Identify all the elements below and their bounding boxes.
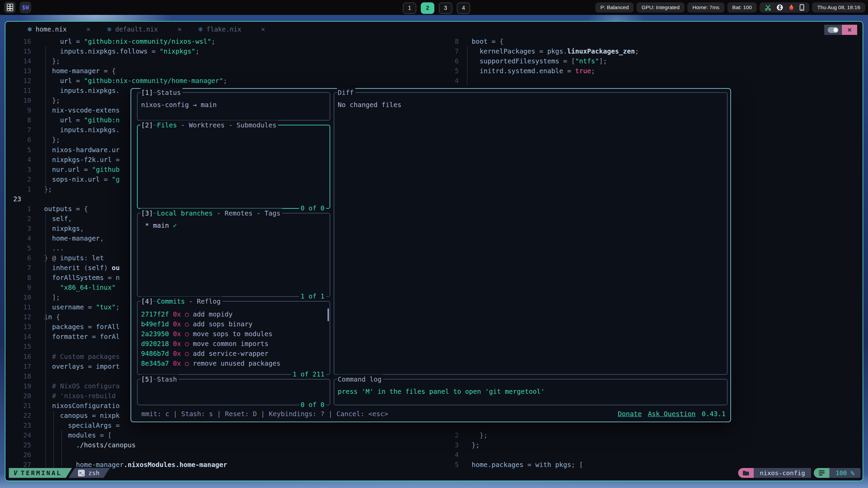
- buffer-tabbar: ❄home.nix×❄default.nix×❄flake.nix×: [27, 22, 265, 37]
- window-toggle-button[interactable]: [824, 25, 842, 35]
- files-count: 0 of 0: [299, 203, 326, 213]
- tab-close-icon[interactable]: ×: [178, 25, 182, 33]
- workspace-button-1[interactable]: 1: [403, 2, 416, 14]
- lines-icon: [819, 470, 825, 475]
- workspace-button-2[interactable]: 2: [421, 2, 434, 14]
- commit-message: add sops binary: [193, 319, 253, 329]
- code-text: ./hosts/canopus: [44, 440, 136, 450]
- commit-graph-node: ○: [185, 339, 193, 349]
- editor-pane-right-top[interactable]: 8boot = {7 kernelPackages = pkgs.linuxPa…: [448, 37, 639, 86]
- commit-row[interactable]: b49ef1d 0x ○ add sops binary: [141, 319, 326, 329]
- workspace-button-3[interactable]: 3: [439, 2, 452, 14]
- line-number: 3: [5, 165, 31, 175]
- indent-guide: [45, 214, 46, 468]
- line-number: 13: [5, 66, 31, 76]
- tab-close-icon[interactable]: ×: [261, 25, 265, 33]
- line-number: 5: [448, 66, 459, 76]
- lazygit-command-log-panel[interactable]: Command log press 'M' in the files panel…: [334, 379, 728, 405]
- lazygit-diff-panel[interactable]: Diff No changed files: [334, 92, 728, 375]
- editor-pane-right-bottom[interactable]: 2 };3};45home.packages = with pkgs; [: [448, 430, 583, 470]
- code-text: inputs.nixpkgs.: [44, 125, 120, 135]
- tab-default.nix[interactable]: ❄default.nix×: [107, 25, 182, 33]
- status-pill[interactable]: P: Balanced: [595, 2, 634, 13]
- line-number: 4: [448, 76, 459, 86]
- code-text: outputs = {: [44, 204, 88, 214]
- app-launcher-button[interactable]: [4, 2, 16, 13]
- desktop: $W 1234 P: BalancedGPU: IntegratedHome: …: [0, 0, 868, 488]
- commit-row[interactable]: 2a23950 0x ○ move sops to modules: [141, 329, 326, 339]
- line-number: 7: [5, 125, 31, 135]
- line-number: 20: [5, 391, 31, 401]
- commit-hash: 2717f2f: [141, 309, 173, 319]
- tab-home.nix[interactable]: ❄home.nix×: [27, 25, 91, 33]
- panel-title: [3]─Local branches - Remotes - Tags: [140, 208, 282, 218]
- code-line: 14 };: [5, 56, 227, 66]
- commit-row[interactable]: 2717f2f 0x ○ add mopidy: [141, 309, 326, 319]
- commit-row[interactable]: 8e345a7 0x ○ remove unused packages: [141, 359, 326, 368]
- line-number: 24: [5, 430, 31, 440]
- code-text: canopus = nixpk: [44, 411, 120, 421]
- code-text: };: [44, 56, 60, 66]
- lazygit-stash-panel[interactable]: [5]─Stash 0 of 0: [137, 379, 330, 405]
- commit-row[interactable]: d920218 0x ○ move common imports: [141, 339, 326, 349]
- system-tray[interactable]: [760, 2, 809, 13]
- window-close-button[interactable]: ×: [842, 25, 857, 35]
- code-text: home-manager = {: [44, 66, 116, 76]
- ask-question-link[interactable]: Ask Question: [648, 409, 696, 419]
- line-number: 21: [5, 401, 31, 411]
- phone-icon: [800, 4, 804, 11]
- indent-guide: [467, 46, 468, 86]
- code-text: forAllSystems = n: [44, 273, 120, 283]
- status-pill[interactable]: Bat: 100: [727, 2, 757, 13]
- status-pill[interactable]: GPU: Integrated: [636, 2, 685, 13]
- bluetooth-icon: [776, 4, 783, 11]
- line-number: 12: [5, 312, 31, 322]
- flame-icon: [788, 4, 794, 11]
- line-number: 2: [448, 430, 459, 440]
- indent-guide: [53, 411, 54, 468]
- code-line: 25 ./hosts/canopus: [5, 440, 227, 450]
- clock[interactable]: Thu Aug 08, 18:16: [812, 2, 865, 13]
- commit-graph-node: ○: [185, 329, 193, 339]
- commit-hash: 9486b7d: [141, 349, 173, 359]
- commits-scrollbar[interactable]: [328, 308, 329, 321]
- lazygit-status-panel[interactable]: [1]─Status nixos-config → main: [137, 92, 330, 121]
- code-text: home-manager,: [44, 233, 104, 243]
- code-line: 16 url = "github:nix-community/nixos-wsl…: [5, 37, 227, 46]
- commit-row[interactable]: 9486b7d 0x ○ add service-wrapper: [141, 349, 326, 359]
- branch-row[interactable]: * main ✓: [141, 221, 327, 230]
- lazygit-commits-panel[interactable]: [4]─Commits - Reflog 2717f2f 0x ○ add mo…: [137, 301, 330, 375]
- logo-button[interactable]: $W: [20, 2, 31, 13]
- line-number: 1: [5, 184, 31, 194]
- commit-author-tag: 0x: [173, 319, 185, 329]
- commit-graph-node: ○: [185, 309, 193, 319]
- code-text: url = "github:nix-community/nixos-wsl";: [44, 37, 215, 46]
- lazygit-branches-panel[interactable]: [3]─Local branches - Remotes - Tags * ma…: [137, 213, 330, 297]
- statusline-right: nixos-config 100 %: [738, 468, 861, 478]
- lazygit-files-panel[interactable]: [2]─Files - Worktrees - Submodules 0 of …: [137, 125, 330, 209]
- code-text: kernelPackages = pkgs.linuxPackages_zen;: [472, 46, 639, 56]
- commit-author-tag: 0x: [173, 329, 185, 339]
- code-text: formatter = forAl: [44, 332, 120, 342]
- line-number: 4: [5, 233, 31, 243]
- status-branch-text: nixos-config → main: [141, 100, 327, 110]
- line-number: 2: [5, 214, 31, 224]
- commit-list: 2717f2f 0x ○ add mopidyb49ef1d 0x ○ add …: [141, 309, 326, 368]
- code-text: };: [44, 96, 60, 105]
- toggle-icon: [828, 27, 839, 33]
- scroll-percent: 100 %: [829, 468, 861, 478]
- lazygit-keybindings-bar: mmit: c | Stash: s | Reset: D | Keybindi…: [141, 409, 726, 419]
- code-text: supportedFilesystems = ["ntfs"];: [472, 56, 607, 66]
- donate-link[interactable]: Donate: [618, 409, 642, 419]
- tab-flake.nix[interactable]: ❄flake.nix×: [198, 25, 265, 33]
- tab-close-icon[interactable]: ×: [86, 25, 91, 33]
- line-number: 19: [5, 381, 31, 391]
- status-pill[interactable]: Home: 7ms: [687, 2, 724, 13]
- workspace-button-4[interactable]: 4: [457, 2, 470, 14]
- commit-author-tag: 0x: [173, 349, 185, 359]
- scroll-segment: [814, 468, 829, 478]
- line-number: 8: [5, 273, 31, 283]
- line-number: 4: [5, 155, 31, 165]
- line-number: 5: [5, 243, 31, 253]
- tab-filename: default.nix: [115, 25, 158, 33]
